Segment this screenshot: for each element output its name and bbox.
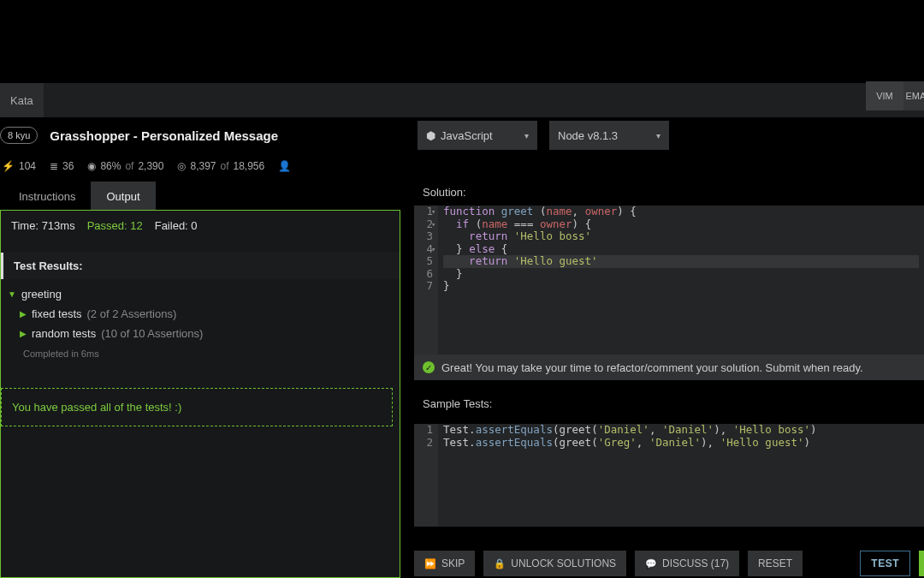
bolt-icon: ⚡ [2, 160, 15, 172]
stat-completed-value: 8,397 [190, 160, 216, 172]
top-nav-bar: Kata [0, 83, 924, 117]
code-token: owner [585, 205, 618, 217]
fast-forward-icon: ⏩ [424, 558, 436, 569]
runtime-dropdown-label: Node v8.1.3 [558, 129, 618, 142]
solution-code-lines: function greet (name, owner) { if (name … [440, 206, 924, 293]
caret-right-icon: ▶ [20, 329, 27, 338]
skip-button-label: SKIP [441, 557, 465, 569]
stat-satisfaction-pct: 86% [100, 160, 121, 172]
fold-marker-icon[interactable]: ▾ [431, 243, 435, 256]
fixed-tests-label: fixed tests [32, 307, 82, 320]
kata-stats-bar: ⚡ 104 ≣ 36 ◉ 86% of 2,390 ◎ 8,397 of 18,… [0, 153, 924, 179]
check-circle-icon: ✓ [423, 361, 435, 373]
unlock-solutions-button[interactable]: 🔒 UNLOCK SOLUTIONS [483, 551, 626, 576]
runtime-dropdown[interactable]: Node v8.1.3 ▾ [549, 121, 669, 150]
code-token: if [456, 217, 469, 230]
code-token: 'Hello guest' [514, 254, 598, 267]
code-token: owner [540, 217, 572, 230]
code-token: return [469, 254, 507, 267]
status-passed: Passed: 12 [87, 219, 143, 232]
unlock-button-label: UNLOCK SOLUTIONS [511, 557, 616, 569]
test-results-header: Test Results: [1, 253, 400, 279]
lock-icon: 🔒 [494, 558, 506, 569]
status-time: Time: 713ms [11, 219, 75, 232]
random-tests-label: random tests [32, 327, 96, 340]
kata-title[interactable]: Grasshopper - Personalized Message [50, 128, 278, 143]
random-tests-row[interactable]: ▶ random tests (10 of 10 Assertions) [20, 324, 393, 343]
target-icon: ◎ [177, 160, 186, 172]
solution-editor[interactable]: 1234567 ▾ ▾ ▾ function greet (name, owne… [414, 206, 924, 355]
test-button-label: TEST [871, 557, 899, 569]
editor-mode-switch: VIM EMACS [866, 81, 924, 110]
code-token: 'Daniel' [649, 436, 701, 449]
stat-of-label: of [221, 160, 229, 172]
output-pane: Time: 713ms Passed: 12 Failed: 0 Test Re… [0, 210, 400, 578]
success-message: Great! You may take your time to refacto… [441, 361, 863, 374]
eye-icon: ◉ [87, 160, 96, 172]
cube-icon: ⬢ [426, 129, 435, 142]
tab-instructions[interactable]: Instructions [3, 183, 91, 210]
stat-satisfaction: ◉ 86% of 2,390 [87, 160, 163, 172]
code-token: greet [559, 436, 591, 449]
stat-collections: ≣ 36 [50, 160, 74, 172]
caret-right-icon: ▶ [20, 309, 27, 319]
stat-completed-total: 18,956 [234, 160, 265, 172]
status-failed: Failed: 0 [155, 219, 198, 232]
code-token: assertEquals [476, 436, 553, 449]
suite-row[interactable]: ▼ greeting [8, 284, 393, 304]
code-token: Test [443, 436, 469, 449]
submit-button-edge[interactable] [919, 551, 924, 576]
code-token: 'Daniel' [598, 423, 649, 436]
code-token: 'Hello boss' [733, 423, 810, 436]
kyu-badge: 8 kyu [0, 127, 38, 144]
solution-header: Solution: [414, 179, 924, 206]
reset-button-label: RESET [758, 557, 792, 569]
layers-icon: ≣ [50, 160, 58, 172]
sample-tests-editor[interactable]: 12 Test.assertEquals(greet('Daniel', 'Da… [414, 424, 924, 527]
left-tabs: Instructions Output [0, 179, 400, 210]
chevron-down-icon: ▾ [656, 131, 660, 140]
sample-code-lines: Test.assertEquals(greet('Daniel', 'Danie… [440, 424, 924, 449]
completed-time: Completed in 6ms [23, 349, 393, 359]
discuss-button[interactable]: 💬 DISCUSS (17) [635, 551, 739, 576]
stat-points: ⚡ 104 [2, 160, 36, 172]
stat-author[interactable]: 👤 [278, 160, 381, 172]
stat-completed: ◎ 8,397 of 18,956 [177, 160, 264, 172]
language-dropdown-label: JavaScript [441, 129, 493, 142]
fold-marker-icon[interactable]: ▾ [431, 218, 435, 231]
code-token: 'Hello guest' [720, 436, 804, 449]
stat-collections-value: 36 [62, 160, 74, 172]
code-token: Test [443, 423, 469, 436]
breadcrumb[interactable]: Kata [0, 83, 44, 117]
sample-tests-header: Sample Tests: [414, 390, 924, 417]
fold-marker-icon[interactable]: ▾ [431, 206, 435, 218]
fixed-tests-row[interactable]: ▶ fixed tests (2 of 2 Assertions) [20, 304, 393, 324]
tab-output[interactable]: Output [91, 182, 155, 210]
code-token: name [482, 217, 507, 230]
success-banner: ✓ Great! You may take your time to refac… [414, 355, 924, 380]
code-token: function [443, 205, 495, 217]
code-token: else [469, 242, 495, 255]
vim-mode-button[interactable]: VIM [866, 81, 903, 110]
reset-button[interactable]: RESET [748, 551, 803, 576]
test-status-line: Time: 713ms Passed: 12 Failed: 0 [1, 211, 400, 241]
sample-gutter: 12 [414, 424, 438, 527]
test-button[interactable]: TEST [860, 551, 910, 576]
window-top-blackout [0, 0, 924, 83]
chevron-down-icon: ▾ [524, 131, 529, 140]
test-results-tree: ▼ greeting ▶ fixed tests (2 of 2 Asserti… [1, 279, 400, 364]
code-token: greet [559, 423, 591, 436]
discuss-button-label: DISCUSS (17) [662, 557, 729, 569]
stat-of-label: of [125, 160, 133, 172]
random-tests-assertions: (10 of 10 Assertions) [101, 327, 203, 340]
author-name-redacted [295, 160, 381, 172]
comments-icon: 💬 [645, 558, 657, 569]
language-dropdown[interactable]: ⬢ JavaScript ▾ [418, 121, 537, 150]
suite-name: greeting [21, 288, 62, 301]
emacs-mode-button[interactable]: EMACS [903, 81, 924, 110]
fixed-tests-assertions: (2 of 2 Assertions) [87, 307, 177, 320]
caret-down-icon: ▼ [8, 289, 16, 299]
skip-button[interactable]: ⏩ SKIP [414, 551, 475, 576]
code-token: name [546, 205, 572, 217]
code-token: 'Greg' [598, 436, 637, 449]
